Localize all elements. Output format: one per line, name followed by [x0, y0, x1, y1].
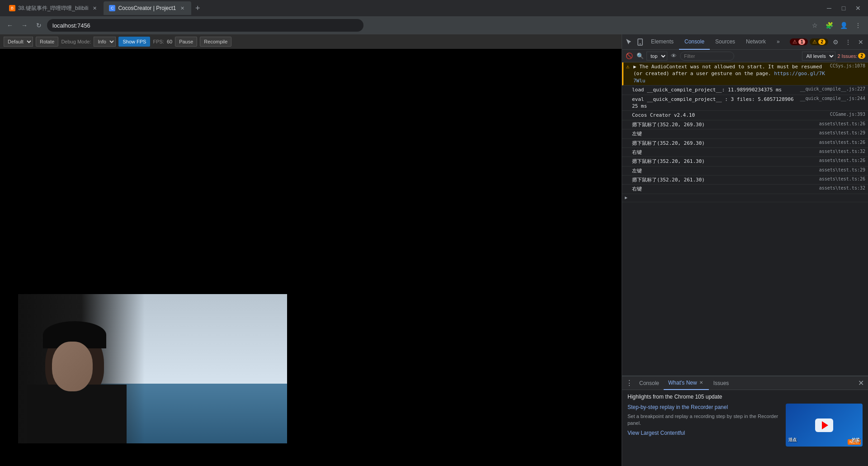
log-line: 摁下鼠标了(352.20, 269.30)assets\test.ts:26: [622, 139, 868, 148]
log-text: 摁下鼠标了(352.20, 269.30): [632, 140, 816, 147]
video-frame: [18, 294, 287, 443]
devtools-close-icon[interactable]: ✕: [855, 37, 866, 48]
filter-icon[interactable]: 🔍: [636, 52, 645, 61]
card1-text: Step-by-step replay in the Recorder pane…: [627, 404, 780, 447]
card2-title[interactable]: View Largest Contentful: [627, 430, 780, 436]
recompile-button[interactable]: Recompile: [200, 37, 231, 47]
devtools-settings-icon[interactable]: ⚙: [830, 37, 841, 48]
devtools-tab-bar: Elements Console Sources Network » ⚠ 1 ⚠…: [622, 34, 868, 50]
new-tab-button[interactable]: +: [191, 2, 204, 14]
card2-section: View Largest Contentful: [627, 430, 780, 436]
log-source[interactable]: assets\test.ts:26: [819, 140, 865, 145]
window-controls: ─ □ ✕: [823, 2, 864, 14]
account-button[interactable]: 👤: [837, 19, 850, 32]
extension-button[interactable]: 🧩: [823, 19, 835, 32]
error-badge[interactable]: ⚠ 1: [790, 38, 808, 45]
log-line: 摁下鼠标了(352.20, 269.30)assets\test.ts:26: [622, 120, 868, 129]
log-source[interactable]: assets\test.ts:29: [819, 130, 865, 135]
cocos-favicon: C: [109, 5, 115, 11]
log-source[interactable]: assets\test.ts:32: [819, 185, 865, 190]
devtools-more-icon[interactable]: ⋮: [843, 37, 854, 48]
card-thumbnail: NEW 活点 的监: [786, 404, 863, 447]
log-line: 右键assets\test.ts:32: [622, 185, 868, 194]
log-text: 摁下鼠标了(352.20, 261.30): [632, 176, 816, 183]
log-text: ▶ The AudioContext was not allowed to st…: [633, 63, 826, 84]
bottom-panel-close-button[interactable]: ✕: [855, 378, 866, 389]
log-link[interactable]: https://goo.gl/7K7Wlu: [633, 71, 825, 83]
tab-more[interactable]: »: [771, 34, 785, 50]
log-icon: ⚠: [626, 63, 633, 70]
devtools-toggle[interactable]: ⋮: [852, 19, 864, 32]
bottom-panel-dots[interactable]: ⋮: [624, 378, 635, 388]
whats-new-content: Highlights from the Chrome 105 update St…: [622, 390, 868, 466]
card1-title[interactable]: Step-by-step replay in the Recorder pane…: [627, 404, 780, 411]
tab-bilibili-label: 38.键鼠事件_哔哩哔哩_bilibili: [18, 5, 88, 12]
log-text: 右键: [632, 149, 816, 156]
refresh-button[interactable]: ↻: [33, 19, 45, 32]
log-text: 摁下鼠标了(352.20, 261.30): [632, 158, 816, 165]
rotate-button[interactable]: Rotate: [36, 37, 58, 47]
log-text: 左键: [632, 130, 816, 137]
fps-label: FPS:: [153, 39, 164, 44]
log-line: ⚠▶ The AudioContext was not allowed to s…: [622, 62, 868, 86]
warn-badge[interactable]: ⚠ 2: [810, 38, 828, 45]
log-line: Cocos Creator v2.4.10CCGame.js:393: [622, 111, 868, 120]
log-source[interactable]: CCGame.js:393: [830, 112, 865, 117]
issues-badge[interactable]: 2 Issues: 2: [837, 53, 865, 59]
profile-select[interactable]: Default: [4, 37, 33, 47]
tab-cocos[interactable]: C CocosCreator | Project1 ✕: [104, 1, 191, 15]
back-button[interactable]: ←: [4, 19, 16, 32]
tab-cocos-label: CocosCreator | Project1: [118, 5, 176, 11]
bottom-tab-console[interactable]: Console: [635, 376, 664, 390]
whats-new-close[interactable]: ✕: [698, 380, 704, 386]
log-source[interactable]: __quick_compile__.js:244: [800, 96, 866, 101]
log-text: 右键: [632, 185, 816, 192]
log-line: 右键assets\test.ts:32: [622, 148, 868, 157]
maximize-button[interactable]: □: [837, 2, 850, 14]
log-line: 摁下鼠标了(352.20, 261.30)assets\test.ts:26: [622, 176, 868, 185]
bottom-tab-issues[interactable]: Issues: [709, 376, 734, 390]
tab-sources[interactable]: Sources: [710, 34, 741, 50]
console-output[interactable]: ⚠▶ The AudioContext was not allowed to s…: [622, 62, 868, 376]
debug-mode-select[interactable]: Info: [94, 37, 116, 47]
log-text: 摁下鼠标了(352.20, 269.30): [632, 121, 816, 128]
show-fps-button[interactable]: Show FPS: [118, 37, 150, 47]
clear-console-icon[interactable]: 🚫: [625, 52, 634, 61]
tab-cocos-close[interactable]: ✕: [179, 5, 186, 12]
address-input[interactable]: [47, 19, 363, 32]
expand-arrow-icon[interactable]: ▶: [625, 195, 627, 200]
levels-select[interactable]: All levels: [802, 52, 835, 61]
log-expand-row[interactable]: ▶: [622, 194, 868, 202]
devtools-inspect-icon[interactable]: [624, 37, 635, 48]
whats-new-cards: Step-by-step replay in the Recorder pane…: [627, 404, 863, 447]
bookmark-button[interactable]: ☆: [808, 19, 821, 32]
tab-console[interactable]: Console: [679, 34, 710, 50]
forward-button[interactable]: →: [18, 19, 31, 32]
close-button[interactable]: ✕: [852, 2, 864, 14]
minimize-button[interactable]: ─: [823, 2, 835, 14]
log-line: eval __quick_compile_project__ : 3 files…: [622, 95, 868, 111]
tab-elements[interactable]: Elements: [646, 34, 679, 50]
filter-input[interactable]: [680, 52, 734, 61]
top-context-select[interactable]: top: [646, 52, 667, 61]
tab-bilibili[interactable]: B 38.键鼠事件_哔哩哔哩_bilibili ✕: [4, 1, 104, 15]
game-canvas[interactable]: Framerate (FPS) 143.11 Draw Call 2 Frame…: [0, 49, 622, 466]
tab-network[interactable]: Network: [741, 34, 771, 50]
log-source[interactable]: assets\test.ts:32: [819, 149, 865, 154]
eye-icon[interactable]: 👁: [669, 52, 678, 61]
debug-mode-label: Debug Mode:: [61, 39, 91, 44]
log-source[interactable]: assets\test.ts:26: [819, 121, 865, 126]
address-bar: ← → ↻ ☆ 🧩 👤 ⋮: [0, 16, 868, 34]
pause-button[interactable]: Pause: [175, 37, 197, 47]
title-bar: B 38.键鼠事件_哔哩哔哩_bilibili ✕ C CocosCreator…: [0, 0, 868, 16]
log-text: eval __quick_compile_project__ : 3 files…: [632, 96, 797, 110]
tab-bilibili-close[interactable]: ✕: [91, 5, 98, 12]
log-source[interactable]: assets\test.ts:26: [819, 176, 865, 181]
bottom-tab-whats-new[interactable]: What's New ✕: [664, 376, 709, 390]
log-source[interactable]: assets\test.ts:29: [819, 167, 865, 172]
svg-point-1: [640, 43, 641, 44]
log-source[interactable]: CCSys.js:1078: [830, 63, 865, 68]
log-source[interactable]: assets\test.ts:26: [819, 158, 865, 163]
devtools-device-icon[interactable]: [635, 37, 646, 48]
log-source[interactable]: __quick_compile__.js:227: [800, 86, 866, 91]
